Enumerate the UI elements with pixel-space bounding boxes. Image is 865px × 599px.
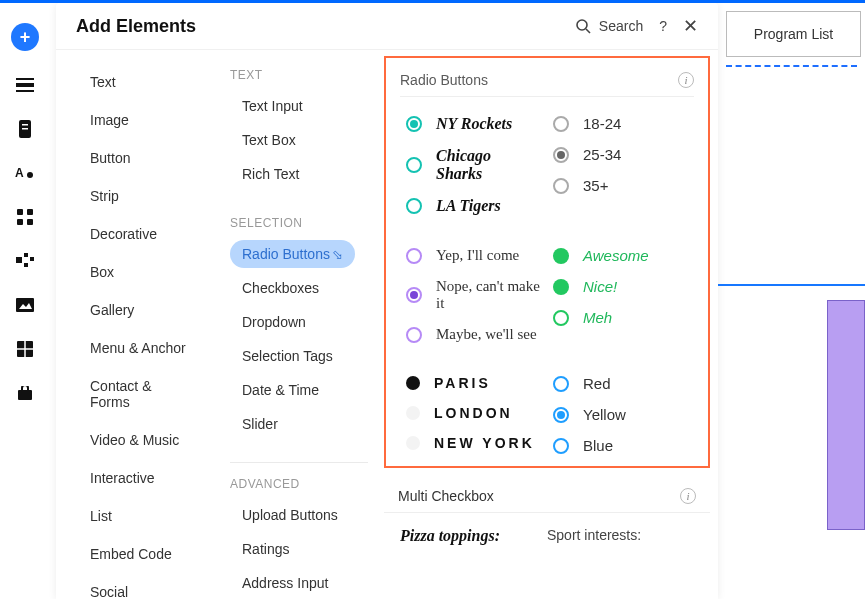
add-icon[interactable]: + <box>11 23 39 51</box>
radio-icon <box>406 406 420 420</box>
radio-icon <box>406 116 422 132</box>
subcategory-column: TEXT Text Input Text Box Rich Text SELEC… <box>216 50 376 599</box>
svg-line-23 <box>586 29 590 33</box>
multi-section-title: Multi Checkbox <box>398 488 494 504</box>
radio-preview-highlight: Radio Buttons i NY Rockets Chicago Shark… <box>384 56 710 468</box>
item-upload-buttons[interactable]: Upload Buttons <box>230 501 350 529</box>
item-text-box[interactable]: Text Box <box>230 126 308 154</box>
svg-rect-14 <box>30 257 34 261</box>
item-date-time[interactable]: Date & Time <box>230 376 331 404</box>
category-box[interactable]: Box <box>78 256 126 288</box>
canvas-shape[interactable] <box>827 300 865 530</box>
grid-icon[interactable] <box>15 207 35 227</box>
svg-rect-13 <box>24 253 28 257</box>
icon-rail: + A <box>0 3 50 599</box>
item-radio-buttons[interactable]: Radio Buttons⬂ <box>230 240 355 268</box>
item-selection-tags[interactable]: Selection Tags <box>230 342 345 370</box>
svg-point-22 <box>577 20 587 30</box>
svg-rect-21 <box>18 390 32 400</box>
category-gallery[interactable]: Gallery <box>78 294 146 326</box>
cursor-icon: ⬂ <box>332 247 343 262</box>
info-icon[interactable]: i <box>678 72 694 88</box>
item-ratings[interactable]: Ratings <box>230 535 301 563</box>
svg-rect-12 <box>16 257 22 263</box>
item-address-input[interactable]: Address Input <box>230 569 340 597</box>
category-text[interactable]: Text <box>78 66 128 98</box>
info-icon[interactable]: i <box>680 488 696 504</box>
radio-icon <box>553 248 569 264</box>
search-label: Search <box>599 18 643 34</box>
dashed-guide <box>726 65 857 67</box>
radio-icon <box>406 157 422 173</box>
category-list[interactable]: List <box>78 500 124 532</box>
radio-icon <box>553 310 569 326</box>
section-icon[interactable] <box>15 75 35 95</box>
item-text-input[interactable]: Text Input <box>230 92 315 120</box>
radio-icon <box>553 178 569 194</box>
svg-rect-1 <box>16 78 34 80</box>
search-icon <box>575 18 591 34</box>
svg-point-7 <box>27 172 33 178</box>
svg-rect-10 <box>17 219 23 225</box>
item-dropdown[interactable]: Dropdown <box>230 308 318 336</box>
svg-rect-8 <box>17 209 23 215</box>
radio-icon <box>553 279 569 295</box>
svg-rect-2 <box>16 90 34 92</box>
category-embed[interactable]: Embed Code <box>78 538 184 570</box>
radio-icon <box>553 438 569 454</box>
item-slider[interactable]: Slider <box>230 410 290 438</box>
category-social[interactable]: Social <box>78 576 140 599</box>
radio-icon <box>553 407 569 423</box>
svg-text:A: A <box>15 166 24 180</box>
program-list-element[interactable]: Program List <box>726 11 861 57</box>
category-strip[interactable]: Strip <box>78 180 131 212</box>
category-interactive[interactable]: Interactive <box>78 462 167 494</box>
radio-icon <box>406 436 420 450</box>
radio-icon <box>553 376 569 392</box>
item-rich-text[interactable]: Rich Text <box>230 160 311 188</box>
svg-rect-5 <box>22 128 28 130</box>
panel-title: Add Elements <box>76 16 196 37</box>
radio-icon <box>406 248 422 264</box>
media-icon[interactable] <box>15 295 35 315</box>
svg-rect-9 <box>27 209 33 215</box>
radio-variant-1[interactable]: NY Rockets Chicago Sharks LA Tigers 18-2… <box>400 111 694 219</box>
radio-icon <box>553 147 569 163</box>
radio-icon <box>406 287 422 303</box>
svg-rect-11 <box>27 219 33 225</box>
preview-column: Radio Buttons i NY Rockets Chicago Shark… <box>376 50 718 599</box>
category-menu[interactable]: Menu & Anchor <box>78 332 198 364</box>
radio-variant-3[interactable]: PARIS LONDON NEW YORK Red Yellow Blue <box>400 371 694 458</box>
store-icon[interactable] <box>15 383 35 403</box>
group-selection-label: SELECTION <box>230 216 368 230</box>
category-image[interactable]: Image <box>78 104 141 136</box>
radio-section-title: Radio Buttons <box>400 72 488 88</box>
svg-rect-16 <box>16 298 34 312</box>
categories-column: Text Image Button Strip Decorative Box G… <box>56 50 216 599</box>
svg-rect-15 <box>24 263 28 267</box>
selection-line <box>718 284 865 286</box>
category-video[interactable]: Video & Music <box>78 424 191 456</box>
page-icon[interactable] <box>15 119 35 139</box>
close-icon[interactable]: ✕ <box>683 15 698 37</box>
category-contact[interactable]: Contact & Forms <box>78 370 206 418</box>
radio-icon <box>406 327 422 343</box>
group-text-label: TEXT <box>230 68 368 82</box>
multi-checkbox-preview[interactable]: Pizza toppings: Sport interests: <box>384 513 710 545</box>
search-button[interactable]: Search <box>575 18 643 34</box>
apps-icon[interactable] <box>15 251 35 271</box>
category-button[interactable]: Button <box>78 142 142 174</box>
help-icon[interactable]: ? <box>659 18 667 34</box>
category-decorative[interactable]: Decorative <box>78 218 169 250</box>
svg-rect-0 <box>16 83 34 87</box>
svg-rect-4 <box>22 124 28 126</box>
radio-icon <box>553 116 569 132</box>
group-advanced-label: ADVANCED <box>230 477 368 491</box>
radio-icon <box>406 376 420 390</box>
design-icon[interactable]: A <box>15 163 35 183</box>
radio-variant-2[interactable]: Yep, I'll come Nope, can't make it Maybe… <box>400 243 694 347</box>
radio-icon <box>406 198 422 214</box>
add-elements-panel: Add Elements Search ? ✕ Text Image Butto… <box>56 3 718 599</box>
item-checkboxes[interactable]: Checkboxes <box>230 274 331 302</box>
data-icon[interactable] <box>15 339 35 359</box>
